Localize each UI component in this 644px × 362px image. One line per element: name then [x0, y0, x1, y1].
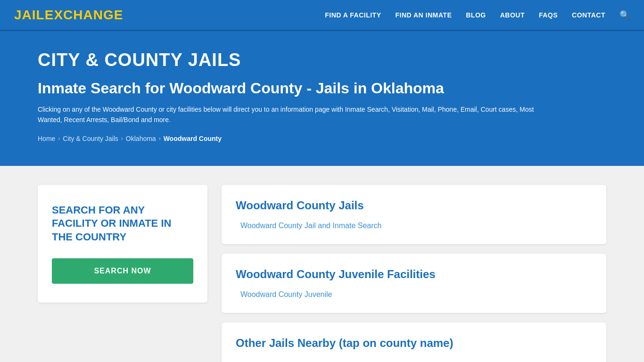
nav-links: FIND A FACILITY FIND AN INMATE BLOG ABOU…	[325, 10, 630, 20]
breadcrumb-city-county[interactable]: City & County Jails	[63, 135, 118, 142]
logo-part2: E	[45, 8, 54, 22]
facility-title-3[interactable]: Other Jails Nearby (tap on county name)	[236, 337, 592, 350]
breadcrumb-home[interactable]: Home	[38, 135, 55, 142]
blog-link[interactable]: BLOG	[466, 11, 486, 19]
find-inmate-link[interactable]: FIND AN INMATE	[395, 11, 452, 19]
site-logo[interactable]: JAILEXCHANGE	[14, 8, 123, 23]
search-icon[interactable]: 🔍	[619, 10, 630, 20]
breadcrumb-sep-3: ›	[159, 135, 161, 142]
facility-link-1-0[interactable]: Woodward County Jail and Inmate Search	[236, 222, 592, 230]
main-content: SEARCH FOR ANY FACILITY OR INMATE IN THE…	[0, 166, 644, 362]
facility-title-1[interactable]: Woodward County Jails	[236, 199, 592, 212]
search-card-title: SEARCH FOR ANY FACILITY OR INMATE IN THE…	[52, 204, 193, 244]
search-card: SEARCH FOR ANY FACILITY OR INMATE IN THE…	[38, 185, 207, 303]
logo-part1: JAIL	[14, 8, 45, 22]
facility-link-2-0[interactable]: Woodward County Juvenile	[236, 290, 592, 299]
page-title: Inmate Search for Woodward County - Jail…	[38, 80, 606, 97]
find-facility-link[interactable]: FIND A FACILITY	[325, 11, 381, 19]
hero-section: CITY & COUNTY JAILS Inmate Search for Wo…	[0, 31, 644, 166]
facility-title-2[interactable]: Woodward County Juvenile Facilities	[236, 268, 592, 281]
navbar: JAILEXCHANGE FIND A FACILITY FIND AN INM…	[0, 0, 644, 31]
contact-link[interactable]: CONTACT	[572, 11, 605, 19]
logo-part3: XCHANGE	[54, 8, 123, 22]
facility-card-3: Other Jails Nearby (tap on county name)	[222, 322, 606, 362]
breadcrumb-sep-1: ›	[58, 135, 60, 142]
breadcrumb: Home › City & County Jails › Oklahoma › …	[38, 135, 606, 142]
left-panel: SEARCH FOR ANY FACILITY OR INMATE IN THE…	[38, 185, 207, 362]
facility-card-2: Woodward County Juvenile Facilities Wood…	[222, 254, 606, 313]
breadcrumb-sep-2: ›	[121, 135, 123, 142]
about-link[interactable]: ABOUT	[500, 11, 525, 19]
breadcrumb-current: Woodward County	[164, 135, 222, 142]
right-panel: Woodward County Jails Woodward County Ja…	[222, 185, 606, 362]
faqs-link[interactable]: FAQs	[539, 11, 558, 19]
search-now-button[interactable]: SEARCH NOW	[52, 258, 193, 284]
facility-card-1: Woodward County Jails Woodward County Ja…	[222, 185, 606, 244]
page-category: CITY & COUNTY JAILS	[38, 50, 606, 70]
hero-description: Clicking on any of the Woodward County o…	[38, 104, 556, 125]
breadcrumb-state[interactable]: Oklahoma	[126, 135, 156, 142]
